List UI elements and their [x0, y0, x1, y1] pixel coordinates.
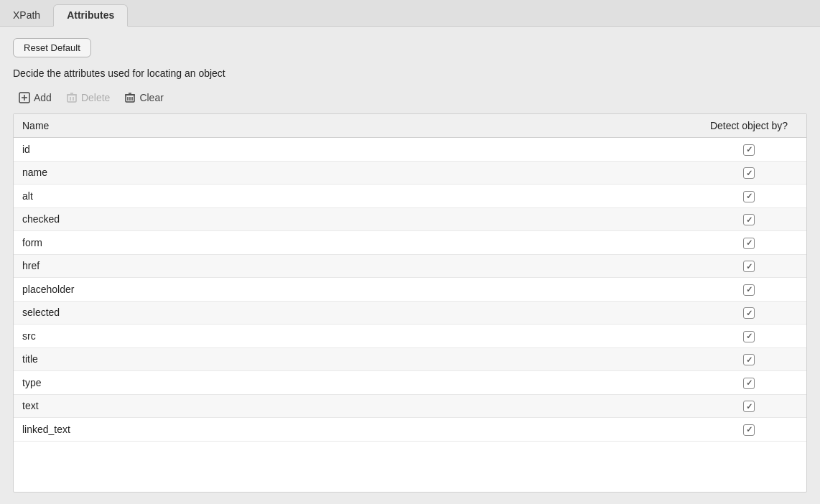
attribute-name-cell: src	[14, 325, 691, 348]
tab-xpath[interactable]: XPath	[0, 4, 53, 26]
attribute-name-cell: href	[14, 254, 691, 278]
detect-checkbox[interactable]	[743, 284, 755, 296]
detect-checkbox[interactable]	[743, 238, 755, 249]
attribute-name-cell: form	[14, 231, 691, 255]
attribute-detect-cell	[691, 185, 806, 208]
detect-checkbox[interactable]	[743, 191, 755, 202]
col-header-detect: Detect object by?	[691, 114, 806, 138]
attribute-detect-cell	[691, 207, 806, 231]
attribute-name-cell: selected	[14, 301, 691, 325]
add-icon	[19, 92, 30, 103]
attribute-name-cell: text	[14, 394, 691, 418]
attribute-detect-cell	[691, 254, 806, 278]
description-text: Decide the attributes used for locating …	[13, 67, 807, 79]
attribute-name-cell: alt	[14, 185, 691, 208]
detect-checkbox[interactable]	[743, 167, 755, 179]
detect-checkbox[interactable]	[743, 307, 755, 319]
attribute-detect-cell	[691, 278, 806, 302]
attribute-detect-cell	[691, 161, 806, 185]
attribute-detect-cell	[691, 371, 806, 395]
tab-attributes[interactable]: Attributes	[53, 4, 128, 27]
reset-default-button[interactable]: Reset Default	[13, 38, 91, 57]
table-row: form	[14, 231, 806, 255]
attributes-table-wrapper: Name Detect object by? idnamealtcheckedf…	[13, 113, 807, 493]
main-container: XPath Attributes Reset Default Decide th…	[0, 0, 820, 504]
attribute-detect-cell	[691, 138, 806, 162]
detect-checkbox[interactable]	[743, 331, 755, 342]
detect-checkbox[interactable]	[743, 424, 755, 436]
attributes-table: Name Detect object by? idnamealtcheckedf…	[14, 114, 806, 442]
detect-checkbox[interactable]	[743, 378, 755, 389]
attribute-name-cell: type	[14, 371, 691, 395]
table-row: title	[14, 347, 806, 371]
table-header-row: Name Detect object by?	[14, 114, 806, 138]
attribute-detect-cell	[691, 347, 806, 371]
attribute-name-cell: title	[14, 347, 691, 371]
col-header-name: Name	[14, 114, 691, 138]
attribute-detect-cell	[691, 301, 806, 325]
table-row: placeholder	[14, 278, 806, 302]
attribute-name-cell: checked	[14, 207, 691, 231]
attribute-detect-cell	[691, 325, 806, 348]
svg-rect-3	[67, 95, 76, 102]
attribute-detect-cell	[691, 394, 806, 418]
table-body: idnamealtcheckedformhrefplaceholderselec…	[14, 138, 806, 442]
table-row: src	[14, 325, 806, 348]
attribute-name-cell: id	[14, 138, 691, 162]
detect-checkbox[interactable]	[743, 401, 755, 412]
table-row: id	[14, 138, 806, 162]
table-row: name	[14, 161, 806, 185]
clear-button[interactable]: Clear	[118, 89, 169, 106]
attribute-name-cell: linked_text	[14, 418, 691, 442]
add-label: Add	[34, 92, 52, 103]
detect-checkbox[interactable]	[743, 144, 755, 156]
attribute-name-cell: name	[14, 161, 691, 185]
delete-label: Delete	[81, 92, 110, 103]
table-row: text	[14, 394, 806, 418]
table-row: checked	[14, 207, 806, 231]
table-toolbar: Add Delete	[13, 89, 807, 106]
detect-checkbox[interactable]	[743, 354, 755, 365]
table-row: linked_text	[14, 418, 806, 442]
detect-checkbox[interactable]	[743, 214, 755, 225]
delete-button[interactable]: Delete	[60, 89, 116, 106]
delete-icon	[66, 92, 78, 103]
add-button[interactable]: Add	[13, 89, 57, 106]
clear-icon	[124, 92, 136, 103]
attribute-detect-cell	[691, 231, 806, 255]
table-row: href	[14, 254, 806, 278]
attribute-name-cell: placeholder	[14, 278, 691, 302]
tab-bar: XPath Attributes	[0, 0, 820, 27]
content-area: Reset Default Decide the attributes used…	[0, 27, 820, 504]
table-row: type	[14, 371, 806, 395]
attribute-detect-cell	[691, 418, 806, 442]
clear-label: Clear	[139, 92, 163, 103]
detect-checkbox[interactable]	[743, 261, 755, 272]
table-row: alt	[14, 185, 806, 208]
table-row: selected	[14, 301, 806, 325]
